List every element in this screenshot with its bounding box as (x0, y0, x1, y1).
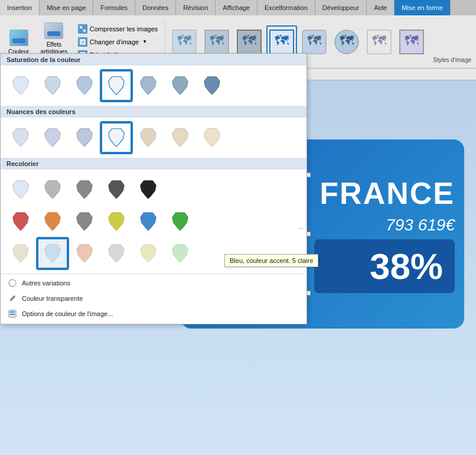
recolor-light-orange[interactable] (69, 238, 100, 269)
recolor-red[interactable] (5, 206, 36, 237)
svg-line-2 (82, 28, 83, 30)
recolor-gray1[interactable] (37, 174, 68, 205)
nuance-swatch-2[interactable] (69, 122, 100, 153)
france-percent: 38% (326, 245, 443, 287)
recolorier-header: Recolorier (1, 158, 307, 170)
recolor-light-green[interactable] (165, 238, 195, 269)
recolor-yellow[interactable] (101, 206, 132, 237)
svg-point-22 (9, 280, 16, 287)
changer-button[interactable]: ↺ Changer d'image ▼ (76, 36, 161, 48)
svg-text:🗺: 🗺 (372, 32, 386, 48)
autres-variations-label: Autres variations (22, 280, 70, 287)
recolor-black[interactable] (133, 174, 164, 205)
recolor-none[interactable] (5, 174, 36, 205)
tab-mise-en-forme[interactable]: Mise en forme (395, 0, 451, 15)
france-country-title: FRANCE (319, 176, 455, 211)
styles-image-label: Styles d'image (431, 57, 471, 63)
couleur-icon (9, 28, 28, 47)
nuances-header: Nuances des couleurs (1, 106, 307, 118)
sat-swatch-1[interactable] (37, 70, 68, 101)
nuances-grid (1, 120, 307, 158)
svg-text:🗺: 🗺 (242, 32, 256, 48)
effets-icon (44, 21, 63, 40)
saturation-header: Saturation de la couleur (1, 54, 307, 66)
france-percent-box: 38% (314, 239, 455, 293)
svg-text:🗺: 🗺 (405, 32, 419, 48)
nuance-swatch-3[interactable] (101, 122, 132, 153)
recolor-green[interactable] (165, 206, 195, 237)
sat-swatch-6[interactable] (197, 70, 227, 101)
svg-rect-25 (10, 311, 15, 313)
recolor-orange[interactable] (37, 206, 68, 237)
tab-insertion[interactable]: Insertion (0, 0, 40, 15)
changer-arrow: ▼ (142, 39, 147, 44)
recolor-dark1[interactable] (101, 174, 132, 205)
svg-text:🗺: 🗺 (307, 32, 321, 48)
recolor-light-gray[interactable] (101, 238, 132, 269)
nuance-swatch-1[interactable] (37, 122, 68, 153)
recolor-light-yellow[interactable] (133, 238, 164, 269)
nuance-swatch-4[interactable] (133, 122, 164, 153)
recolor-light1[interactable] (5, 238, 36, 269)
eyedropper-icon (8, 294, 17, 303)
options-couleur-item[interactable]: Options de couleur de l'image... (1, 306, 307, 321)
tab-formules[interactable]: Formules (93, 0, 135, 15)
svg-text:🗺: 🗺 (210, 32, 224, 48)
style-thumb-8[interactable]: 🗺 (396, 25, 427, 58)
svg-text:🗺: 🗺 (177, 32, 191, 48)
sat-swatch-0[interactable] (5, 70, 36, 101)
svg-rect-0 (80, 26, 82, 28)
compresser-label: Compresser les images (90, 25, 158, 32)
tab-donnees[interactable]: Données (135, 0, 176, 15)
couleur-transparente-label: Couleur transparente (22, 295, 83, 302)
nuance-swatch-6[interactable] (197, 122, 227, 153)
tab-revision[interactable]: Révision (176, 0, 216, 15)
recolor-blue[interactable] (133, 206, 164, 237)
svg-rect-23 (10, 300, 11, 301)
france-info: FRANCE 793 619€ 38% (314, 176, 455, 293)
tab-aide[interactable]: Aide (367, 0, 395, 15)
color-dropdown-panel: Saturation de la couleur Nuances des cou… (0, 53, 307, 324)
style-thumb-7[interactable]: 🗺 (364, 25, 395, 58)
options-couleur-label: Options de couleur de l'image... (22, 310, 113, 317)
changer-label: Changer d'image (90, 38, 139, 46)
tab-developpeur[interactable]: Développeur (315, 0, 367, 15)
changer-icon: ↺ (78, 37, 87, 47)
style-thumb-6[interactable]: 🗺 (331, 25, 362, 58)
recolor-light-blue[interactable] (37, 238, 68, 269)
options-icon (8, 309, 17, 318)
svg-text:🗺: 🗺 (275, 32, 289, 48)
france-revenue: 793 619€ (386, 216, 455, 235)
autres-variations-item[interactable]: Autres variations (1, 275, 307, 291)
tooltip: Bleu, couleur accent. 5 claire (224, 254, 318, 267)
tab-excelformation[interactable]: Excelformation (257, 0, 315, 15)
svg-text:🗺: 🗺 (340, 32, 354, 48)
sat-swatch-5[interactable] (165, 70, 195, 101)
recolor-gray3[interactable] (69, 206, 100, 237)
sat-swatch-3[interactable] (101, 70, 132, 101)
compresser-button[interactable]: Compresser les images (76, 23, 161, 35)
sat-swatch-4[interactable] (133, 70, 164, 101)
tab-bar: Insertion Mise en page Formules Données … (0, 0, 476, 15)
divider-1 (1, 274, 307, 274)
svg-rect-1 (83, 30, 86, 32)
compresser-icon (78, 24, 87, 34)
saturation-grid (1, 68, 307, 106)
color-wheel-icon (8, 278, 17, 288)
svg-text:↺: ↺ (81, 40, 84, 44)
recolor-gray2[interactable] (69, 174, 100, 205)
sat-swatch-2[interactable] (69, 70, 100, 101)
svg-rect-26 (10, 314, 15, 315)
tab-affichage[interactable]: Affichage (216, 0, 257, 15)
tab-mise-en-page[interactable]: Mise en page (40, 0, 93, 15)
couleur-transparente-item[interactable]: Couleur transparente (1, 291, 307, 306)
nuance-swatch-0[interactable] (5, 122, 36, 153)
cursor-indicator: ··· (299, 225, 304, 232)
nuance-swatch-5[interactable] (165, 122, 195, 153)
